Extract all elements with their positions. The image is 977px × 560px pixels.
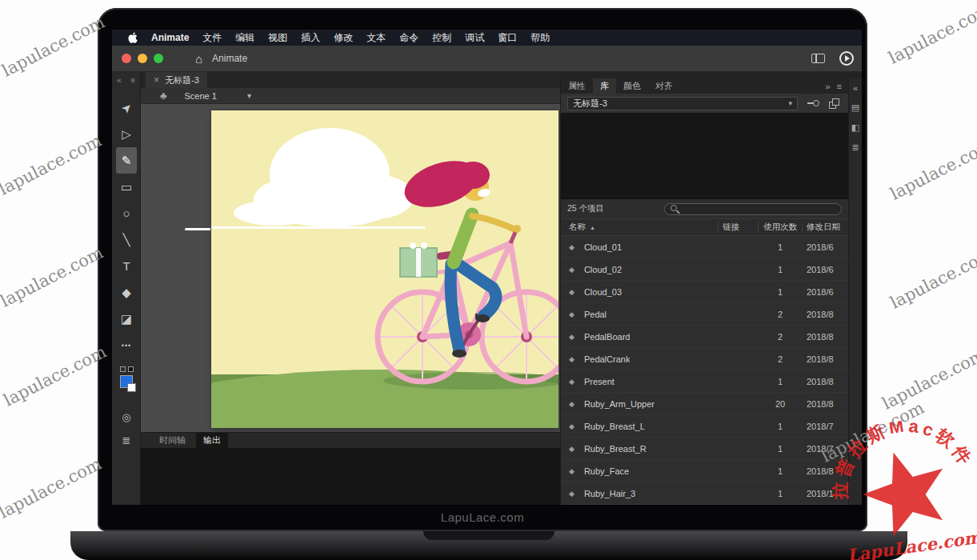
library-row[interactable]: ◆PedalBoard 2 2018/8: [561, 326, 848, 348]
library-row[interactable]: ◆Pedal 2 2018/8: [561, 303, 848, 326]
close-document-icon[interactable]: ×: [154, 74, 159, 86]
fill-color-swatch[interactable]: [120, 375, 133, 388]
laptop-base-notch: [423, 531, 555, 540]
tab-output[interactable]: 输出: [196, 433, 228, 448]
library-row[interactable]: ◆PedalCrank 2 2018/8: [561, 348, 848, 370]
menu-item-modify[interactable]: 修改: [334, 31, 353, 45]
menu-item-debug[interactable]: 调试: [465, 31, 484, 45]
panel-overflow-icon[interactable]: »: [825, 82, 830, 91]
menu-item-view[interactable]: 视图: [268, 31, 287, 45]
subselection-tool[interactable]: ▷: [116, 121, 137, 147]
library-search-input[interactable]: [664, 203, 842, 215]
tab-color[interactable]: 颜色: [616, 78, 648, 94]
tools-menu-icon[interactable]: ≡: [130, 76, 135, 85]
library-item-list: ◆Cloud_01 1 2018/6 ◆Cloud_02 1 2018/6: [561, 236, 848, 505]
library-row[interactable]: ◆Cloud_02 1 2018/6: [561, 258, 848, 281]
output-panel-content[interactable]: [141, 448, 560, 505]
pin-library-icon[interactable]: [807, 100, 819, 106]
item-use-count: 1: [758, 265, 802, 274]
edit-bar: ♣ Scene 1 ▾: [141, 88, 560, 104]
layers-icon[interactable]: ≣: [122, 434, 131, 446]
item-name: PedalCrank: [584, 354, 630, 364]
page: lapulace.com lapulace.com lapulace.com l…: [0, 0, 977, 560]
scene-label[interactable]: Scene 1: [185, 91, 217, 101]
collapsed-panel-swatches-icon[interactable]: ▤: [851, 102, 859, 113]
menu-item-insert[interactable]: 插入: [301, 31, 320, 45]
tab-align[interactable]: 对齐: [648, 78, 680, 94]
rectangle-tool[interactable]: ▭: [116, 174, 137, 200]
test-movie-button[interactable]: [839, 51, 854, 66]
menu-item-help[interactable]: 帮助: [531, 31, 550, 45]
more-tools-button[interactable]: •••: [116, 332, 137, 358]
minimize-window-button[interactable]: [138, 54, 147, 63]
item-name: Ruby_Arm_Upper: [584, 399, 655, 409]
item-modified: 2018/8: [802, 399, 848, 409]
menu-item-edit[interactable]: 编辑: [235, 31, 254, 45]
scene-symbol-icon[interactable]: ♣: [160, 90, 167, 102]
oval-tool[interactable]: ○: [116, 200, 137, 226]
brush-tool[interactable]: ✎: [116, 147, 137, 174]
home-tab-label: Animate: [212, 53, 247, 64]
workspace-layout-icon[interactable]: [811, 54, 825, 63]
text-tool[interactable]: T: [116, 253, 137, 279]
menu-item-window[interactable]: 窗口: [498, 31, 517, 45]
document-tab[interactable]: × 无标题-3: [146, 72, 208, 88]
column-modified[interactable]: 修改日期: [802, 222, 848, 233]
selection-arrow-icon: ➤: [118, 99, 135, 117]
apple-menu[interactable]: [128, 32, 138, 43]
library-document-select[interactable]: 无标题-3 ▾: [567, 97, 798, 110]
expand-panels-icon[interactable]: «: [853, 83, 858, 93]
selection-tool[interactable]: ➤: [116, 94, 137, 121]
menu-app-name[interactable]: Animate: [151, 32, 189, 43]
tab-properties[interactable]: 属性: [561, 78, 593, 94]
library-row[interactable]: ◆Ruby_Hair_3 1 2018/1: [561, 482, 848, 505]
library-row[interactable]: ◆Cloud_03 1 2018/6: [561, 281, 848, 303]
new-library-panel-icon[interactable]: [829, 98, 839, 109]
home-tab[interactable]: ⌂ Animate: [195, 52, 247, 66]
panel-menu-icon[interactable]: ≡: [837, 82, 842, 91]
fill-color-mini[interactable]: [128, 366, 134, 372]
tab-library[interactable]: 库: [593, 78, 616, 94]
play-icon: [845, 55, 850, 62]
column-link[interactable]: 链接: [718, 222, 758, 233]
collapse-tools-icon[interactable]: «: [117, 76, 122, 85]
watermark: lapulace.com: [887, 244, 977, 312]
zoom-window-button[interactable]: [154, 54, 163, 63]
library-row[interactable]: ◆Ruby_Face 1 2018/8: [561, 460, 848, 482]
column-use-count[interactable]: 使用次数: [758, 222, 802, 233]
item-modified: 2018/8: [802, 332, 848, 342]
column-name[interactable]: 名称 ▲: [561, 222, 718, 233]
stroke-color-mini[interactable]: [120, 366, 126, 372]
ink-bottle-tool[interactable]: ◆: [116, 279, 137, 306]
artwork-overflow-line: [185, 228, 211, 230]
watermark: lapulace.com: [879, 345, 977, 413]
menu-item-file[interactable]: 文件: [202, 31, 222, 45]
macos-display: Animate 文件 编辑 视图 插入 修改 文本 命令 控制 调试 窗口 帮助: [112, 30, 862, 505]
snap-magnet-icon[interactable]: ◎: [122, 411, 130, 423]
library-row[interactable]: ◆Ruby_Breast_L 1 2018/7: [561, 415, 848, 438]
item-name: Ruby_Hair_3: [584, 489, 635, 498]
laptop-screen: Animate 文件 编辑 视图 插入 修改 文本 命令 控制 调试 窗口 帮助: [98, 8, 867, 531]
stage[interactable]: [211, 110, 559, 428]
collapsed-panel-color-icon[interactable]: ◧: [851, 122, 859, 133]
line-tool[interactable]: ╲: [116, 226, 137, 253]
menu-item-text[interactable]: 文本: [366, 31, 386, 45]
item-use-count: 1: [758, 242, 802, 252]
scene-chevron-down-icon[interactable]: ▾: [247, 91, 251, 100]
library-row[interactable]: ◆Ruby_Arm_Upper 20 2018/8: [561, 393, 848, 415]
tab-timeline[interactable]: 时间轴: [152, 433, 193, 448]
pasteboard[interactable]: [141, 104, 560, 432]
library-document-row: 无标题-3 ▾: [561, 94, 848, 113]
collapsed-panel-layers-icon[interactable]: ≣: [851, 142, 859, 153]
menu-item-command[interactable]: 命令: [399, 31, 418, 45]
library-row[interactable]: ◆Present 1 2018/8: [561, 370, 848, 393]
close-window-button[interactable]: [122, 54, 131, 63]
library-row[interactable]: ◆Cloud_01 1 2018/6: [561, 236, 848, 258]
library-row[interactable]: ◆Ruby_Breast_R 1 2018/7: [561, 438, 848, 460]
library-count-row: 25 个项目: [561, 199, 848, 218]
oval-icon: ○: [122, 206, 130, 220]
menu-item-control[interactable]: 控制: [432, 31, 451, 45]
library-preview[interactable]: [561, 113, 848, 199]
sort-asc-icon: ▲: [590, 225, 595, 230]
eraser-tool[interactable]: ◪: [116, 306, 137, 332]
